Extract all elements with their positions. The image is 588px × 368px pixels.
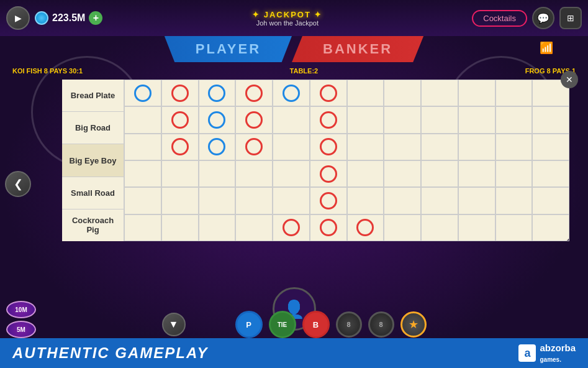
- bead-blue-2-2: [208, 138, 225, 155]
- bead-cell-2-9: [458, 134, 495, 160]
- bead-cell-2-10: [495, 134, 533, 160]
- bead-cell-4-4: [273, 187, 310, 214]
- bead-red-2-3: [245, 138, 263, 155]
- bead-cell-5-0: [124, 214, 161, 241]
- chat-button[interactable]: 💬: [532, 7, 554, 29]
- player-banker-labels: PLAYER BANKER: [0, 36, 588, 62]
- bead-red-4-5: [320, 192, 337, 209]
- bead-cell-2-2: [199, 134, 236, 160]
- bead-cell-3-4: [273, 160, 310, 187]
- info-bar: KOI FISH 8 PAYS 30:1 TABLE:2 FROG 8 PAYS…: [0, 67, 588, 75]
- bead-red-0-3: [245, 85, 263, 102]
- bead-cell-5-7: [384, 214, 421, 241]
- bead-cell-4-9: [458, 187, 495, 214]
- sidebar-item-bread-plate[interactable]: Bread Plate: [62, 80, 124, 112]
- bead-cell-2-7: [384, 134, 421, 160]
- bead-cell-1-8: [421, 106, 458, 133]
- bead-cell-3-3: [235, 160, 273, 187]
- bead-cell-3-11: [532, 160, 569, 187]
- bead-cell-3-0: [124, 160, 161, 187]
- bead-red-0-5: [320, 85, 337, 102]
- bead-cell-0-0: [124, 80, 161, 106]
- bead-cell-2-6: [347, 134, 384, 160]
- bead-blue-0-2: [208, 85, 225, 102]
- panel-content: Bread Plate Big Road Big Eye Boy Small R…: [62, 80, 569, 241]
- bead-cell-2-1: [161, 134, 199, 160]
- sidebar-item-big-road[interactable]: Big Road: [62, 112, 124, 144]
- bead-cell-1-5: [310, 106, 347, 133]
- bead-cell-3-6: [347, 160, 384, 187]
- bead-cell-4-1: [161, 187, 199, 214]
- cocktails-button[interactable]: Cocktails: [472, 10, 527, 27]
- bead-cell-1-0: [124, 106, 161, 133]
- footer-logo: a abzorba games.: [518, 343, 576, 364]
- play-button[interactable]: ▶: [6, 6, 30, 30]
- bead-cell-1-1: [161, 106, 199, 133]
- coins-amount: 223.5M: [52, 12, 85, 24]
- left-arrow-button[interactable]: ❮: [5, 171, 31, 197]
- bead-red-3-5: [320, 165, 337, 183]
- sidebar-item-big-eye-boy[interactable]: Big Eye Boy: [62, 144, 124, 177]
- panel-sidebar: Bread Plate Big Road Big Eye Boy Small R…: [62, 80, 124, 241]
- bead-cell-0-9: [458, 80, 495, 106]
- abzorba-icon: a: [518, 344, 536, 362]
- bead-blue-1-2: [208, 111, 225, 129]
- footer-text: AUTHENTIC GAMEPLAY: [12, 344, 209, 362]
- star-button[interactable]: ★: [400, 311, 427, 338]
- bead-red-2-1: [171, 138, 189, 155]
- bead-cell-0-7: [384, 80, 421, 106]
- top-bar: ▶ 223.5M + ✦ JACKPOT ✦ Joh won the Jackp…: [0, 0, 588, 36]
- bead-cell-2-8: [421, 134, 458, 160]
- bead-cell-5-1: [161, 214, 199, 241]
- bead-red-0-1: [171, 85, 189, 102]
- sidebar-item-cockroach-pig[interactable]: Cockroach Pig: [62, 209, 124, 241]
- add-coins-button[interactable]: +: [89, 11, 102, 25]
- bead-red-1-5: [320, 111, 337, 129]
- coin-icon: [35, 11, 48, 25]
- info-left: KOI FISH 8 PAYS 30:1: [12, 67, 83, 75]
- bead-cell-1-2: [199, 106, 236, 133]
- bead-cell-1-3: [235, 106, 273, 133]
- jackpot-area: ✦ JACKPOT ✦ Joh won the Jackpot: [102, 10, 472, 27]
- bead-cell-5-4: [273, 214, 310, 241]
- bead-cell-5-5: [310, 214, 347, 241]
- bead-grid-area: [124, 80, 569, 241]
- bottom-bar: ▼ P TIE B 8 8 ★: [0, 311, 588, 338]
- chip-button-1[interactable]: 8: [336, 311, 362, 338]
- bead-cell-4-3: [235, 187, 273, 214]
- coins-display: 223.5M +: [35, 11, 102, 25]
- banker-bet-button[interactable]: B: [302, 311, 330, 338]
- jackpot-title: ✦ JACKPOT ✦: [252, 10, 322, 19]
- bead-cell-0-8: [421, 80, 458, 106]
- bead-cell-5-11: [532, 214, 569, 241]
- bead-cell-0-1: [161, 80, 199, 106]
- bead-grid: [124, 80, 569, 241]
- bead-cell-1-10: [495, 106, 533, 133]
- bead-cell-5-6: [347, 214, 384, 241]
- bead-cell-3-1: [161, 160, 199, 187]
- bead-cell-0-5: [310, 80, 347, 106]
- chip-button-2[interactable]: 8: [368, 311, 394, 338]
- bead-cell-4-7: [384, 187, 421, 214]
- bead-cell-0-10: [495, 80, 533, 106]
- bead-cell-1-9: [458, 106, 495, 133]
- down-arrow-button[interactable]: ▼: [162, 313, 186, 336]
- bead-cell-4-0: [124, 187, 161, 214]
- bead-cell-2-0: [124, 134, 161, 160]
- banker-label: BANKER: [292, 36, 423, 62]
- player-bet-button[interactable]: P: [235, 311, 263, 338]
- bead-cell-2-11: [532, 134, 569, 160]
- bead-cell-1-4: [273, 106, 310, 133]
- close-button[interactable]: ✕: [561, 71, 578, 88]
- bead-red-1-3: [245, 111, 263, 129]
- tie-bet-button[interactable]: TIE: [269, 311, 296, 338]
- bead-cell-3-7: [384, 160, 421, 187]
- grid-button[interactable]: ⊞: [559, 7, 582, 29]
- bead-cell-5-3: [235, 214, 273, 241]
- bead-cell-3-9: [458, 160, 495, 187]
- player-label: PLAYER: [165, 36, 292, 62]
- sidebar-item-small-road[interactable]: Small Road: [62, 177, 124, 209]
- bead-red-1-1: [171, 111, 189, 129]
- bead-cell-2-3: [235, 134, 273, 160]
- bead-cell-1-11: [532, 106, 569, 133]
